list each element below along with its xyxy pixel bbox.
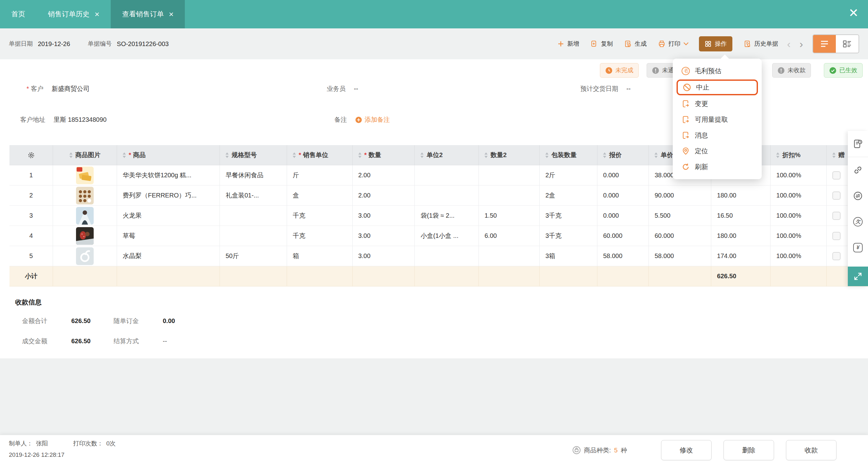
location-pin-icon bbox=[682, 147, 690, 155]
view-toggle bbox=[812, 34, 859, 53]
next-page-arrow[interactable]: › bbox=[800, 38, 803, 49]
tab-view-sales-order[interactable]: 查看销售订单 × bbox=[111, 0, 185, 28]
expand-button[interactable] bbox=[848, 267, 868, 286]
tab-close-icon[interactable]: × bbox=[95, 10, 99, 18]
col-header-unit[interactable]: *销售单位 bbox=[287, 145, 352, 165]
doc-arrow-icon bbox=[682, 100, 690, 108]
unit-price: 5.500 bbox=[649, 206, 711, 225]
required-marker: * bbox=[27, 85, 29, 92]
table-row[interactable]: 4 草莓 千克 3.00 小盒(1小盒 ... 6.00 3千克 60.000 … bbox=[9, 226, 868, 246]
col-header-product[interactable]: *商品 bbox=[117, 145, 220, 165]
col-header-qty[interactable]: *数量 bbox=[352, 145, 415, 165]
link-button[interactable] bbox=[848, 157, 868, 183]
ban-icon bbox=[683, 83, 691, 92]
action-button[interactable]: 操作 bbox=[699, 36, 733, 52]
clock-icon bbox=[605, 67, 613, 74]
copy-button[interactable]: 复制 bbox=[590, 40, 613, 48]
doc-search-icon bbox=[744, 40, 751, 48]
unit2 bbox=[415, 186, 479, 205]
col-header-qty2[interactable]: 数量2 bbox=[479, 145, 540, 165]
status-badge-unpaid: 未收款 bbox=[772, 63, 811, 78]
unit2 bbox=[415, 165, 479, 185]
product-category-count: 商品种类: 5 种 bbox=[572, 446, 627, 455]
generate-button[interactable]: 生成 bbox=[624, 40, 647, 48]
col-header-discount[interactable]: 折扣% bbox=[771, 145, 827, 165]
check-icon bbox=[829, 67, 836, 74]
exchange-button[interactable] bbox=[848, 183, 868, 209]
creator-label: 制单人： bbox=[9, 439, 33, 448]
sort-icon bbox=[654, 152, 658, 158]
printer-icon bbox=[658, 40, 665, 48]
gear-icon bbox=[27, 151, 35, 159]
add-remark-link[interactable]: 添加备注 bbox=[355, 116, 390, 124]
menu-item-change[interactable]: 变更 bbox=[673, 96, 762, 112]
payment-section-title: 收款信息 bbox=[15, 298, 42, 307]
edit-button[interactable]: 修改 bbox=[661, 440, 712, 460]
tab-close-icon[interactable]: × bbox=[169, 10, 174, 18]
history-button[interactable]: 历史单据 bbox=[744, 40, 778, 48]
gift-checkbox[interactable] bbox=[832, 252, 841, 260]
menu-item-abort[interactable]: 中止 bbox=[677, 80, 758, 95]
col-header-quote[interactable]: 报价 bbox=[597, 145, 649, 165]
product-image-cell bbox=[53, 226, 117, 246]
currency-button[interactable]: ¥ bbox=[848, 235, 868, 260]
discount: 100.00% bbox=[771, 246, 827, 266]
profit-icon: 毛 bbox=[682, 67, 690, 75]
product-name: 草莓 bbox=[117, 226, 220, 246]
menu-item-refresh[interactable]: 刷新 bbox=[673, 159, 762, 175]
col-header-image[interactable]: 商品图片 bbox=[53, 145, 117, 165]
collect-payment-button[interactable]: 收款 bbox=[786, 440, 836, 460]
delete-button[interactable]: 删除 bbox=[723, 440, 774, 460]
product-name: 费列罗（FERRERO）巧... bbox=[117, 186, 220, 205]
toolbar-actions: 新增 复制 生成 打印 操作 历史单据 ‹ bbox=[546, 34, 859, 53]
deposit-field: 随单订金 0.00 bbox=[114, 317, 175, 325]
menu-item-locate[interactable]: 定位 bbox=[673, 143, 762, 159]
print-button[interactable]: 打印 bbox=[658, 40, 689, 48]
tab-home[interactable]: 首页 bbox=[0, 0, 37, 28]
product-image bbox=[76, 187, 94, 205]
col-header-unit2[interactable]: 单位2 bbox=[415, 145, 479, 165]
currency-icon: ¥ bbox=[853, 243, 863, 252]
column-settings[interactable] bbox=[9, 145, 53, 165]
discount: 100.00% bbox=[771, 226, 827, 246]
table-row[interactable]: 5 水晶梨 50斤 箱 3.00 3箱 58.000 58.000 174.00… bbox=[9, 246, 868, 266]
customer-field: * 客户 新盛商贸公司 bbox=[27, 85, 90, 93]
subtotal-amount: 626.50 bbox=[711, 266, 771, 286]
gift-checkbox[interactable] bbox=[832, 232, 841, 240]
col-header-spec[interactable]: 规格型号 bbox=[220, 145, 287, 165]
pack-quantity: 2盒 bbox=[540, 186, 597, 205]
table-row[interactable]: 2 费列罗（FERRERO）巧... 礼盒装01-... 盒 2.00 2盒 0… bbox=[9, 186, 868, 206]
unit-price: 90.000 bbox=[649, 186, 711, 205]
doc-arrow-icon bbox=[682, 116, 690, 124]
sort-icon bbox=[358, 152, 362, 158]
row-number: 4 bbox=[9, 226, 53, 246]
tab-sales-order-history[interactable]: 销售订单历史 × bbox=[37, 0, 111, 28]
plus-circle-icon bbox=[355, 116, 362, 123]
table-row[interactable]: 3 火龙果 千克 3.00 袋(1袋 ≈ 2... 1.50 3千克 0.000… bbox=[9, 206, 868, 226]
gift-checkbox[interactable] bbox=[832, 191, 841, 200]
salesman-label: 业务员 bbox=[327, 85, 346, 93]
detail-view-button[interactable] bbox=[836, 35, 859, 53]
delivery-date-value: -- bbox=[626, 85, 630, 92]
list-view-button[interactable] bbox=[813, 35, 836, 53]
created-timestamp: 2019-12-26 12:28:17 bbox=[9, 452, 64, 458]
menu-item-message[interactable]: 消息 bbox=[673, 127, 762, 143]
pack-quantity: 3箱 bbox=[540, 246, 597, 266]
prev-page-arrow[interactable]: ‹ bbox=[787, 38, 790, 49]
customer-value: 新盛商贸公司 bbox=[52, 85, 90, 93]
pack-quantity: 2斤 bbox=[540, 165, 597, 185]
menu-item-available-extract[interactable]: 可用量提取 bbox=[673, 112, 762, 127]
quantity: 3.00 bbox=[352, 226, 415, 246]
arrears-button[interactable]: 欠 bbox=[848, 209, 868, 235]
quantity: 3.00 bbox=[352, 206, 415, 225]
add-button[interactable]: 新增 bbox=[557, 40, 579, 48]
gift-checkbox[interactable] bbox=[832, 212, 841, 220]
col-header-pack-qty[interactable]: 包装数量 bbox=[540, 145, 597, 165]
gift-checkbox[interactable] bbox=[832, 171, 841, 180]
order-log-button[interactable] bbox=[848, 131, 868, 157]
sort-icon bbox=[485, 152, 488, 158]
quote-price: 60.000 bbox=[597, 226, 649, 246]
menu-item-profit-estimate[interactable]: 毛 毛利预估 bbox=[673, 63, 762, 79]
window-close-icon[interactable]: ✕ bbox=[848, 7, 859, 19]
unit-price: 58.000 bbox=[649, 246, 711, 266]
